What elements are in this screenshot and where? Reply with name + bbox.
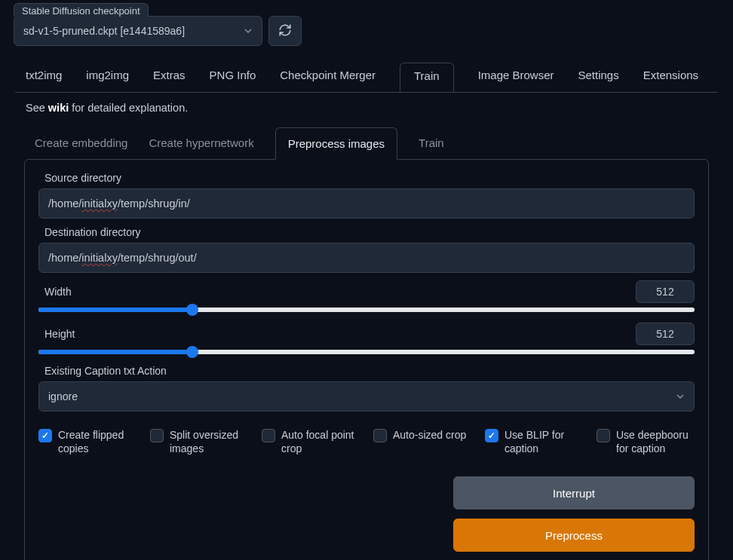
- create-flipped-checkbox[interactable]: [38, 429, 52, 442]
- height-slider[interactable]: [38, 350, 695, 354]
- caption-action-value: ignore: [48, 390, 78, 402]
- split-oversized-label: Split oversized images: [170, 428, 248, 455]
- tab-extras[interactable]: Extras: [153, 63, 186, 91]
- use-blip-checkbox[interactable]: [485, 429, 498, 442]
- tab-pnginfo[interactable]: PNG Info: [210, 63, 256, 91]
- checkbox-row: Create flipped copies Split oversized im…: [38, 428, 695, 455]
- caption-action-select[interactable]: ignore: [38, 381, 695, 412]
- dest-dir-input[interactable]: /home/initialxy/temp/shrug/out/: [38, 243, 695, 273]
- subtab-train[interactable]: Train: [419, 127, 444, 159]
- height-label: Height: [44, 328, 75, 340]
- source-dir-input[interactable]: /home/initialxy/temp/shrug/in/: [38, 188, 695, 219]
- sub-tabs: Create embedding Create hypernetwork Pre…: [0, 127, 733, 159]
- tab-checkpoint-merger[interactable]: Checkpoint Merger: [280, 63, 376, 91]
- tab-img2img[interactable]: img2img: [86, 63, 129, 91]
- auto-sized-checkbox[interactable]: [373, 429, 387, 442]
- auto-sized-label: Auto-sized crop: [393, 428, 466, 442]
- checkpoint-value: sd-v1-5-pruned.ckpt [e1441589a6]: [23, 25, 185, 37]
- checkpoint-select[interactable]: sd-v1-5-pruned.ckpt [e1441589a6]: [14, 16, 262, 46]
- tab-image-browser[interactable]: Image Browser: [478, 63, 554, 91]
- width-slider[interactable]: [38, 308, 695, 312]
- preprocess-button[interactable]: Preprocess: [453, 519, 695, 552]
- subtab-create-embedding[interactable]: Create embedding: [35, 127, 127, 159]
- create-flipped-label: Create flipped copies: [58, 428, 136, 455]
- reload-icon: [278, 23, 292, 39]
- use-blip-label: Use BLIP for caption: [505, 428, 583, 455]
- slider-thumb[interactable]: [186, 304, 198, 316]
- subtab-preprocess-images[interactable]: Preprocess images: [275, 127, 397, 160]
- caption-action-label: Existing Caption txt Action: [44, 365, 695, 377]
- wiki-link[interactable]: wiki: [48, 102, 69, 114]
- auto-focal-checkbox[interactable]: [262, 429, 275, 442]
- wiki-line: See wiki for detailed explanation.: [0, 93, 733, 127]
- tab-train[interactable]: Train: [400, 63, 454, 92]
- chevron-down-icon: [244, 26, 253, 35]
- width-label: Width: [44, 286, 72, 298]
- height-value[interactable]: [636, 323, 695, 345]
- main-tabs: txt2img img2img Extras PNG Info Checkpoi…: [0, 54, 733, 92]
- chevron-down-icon: [676, 392, 685, 401]
- split-oversized-checkbox[interactable]: [150, 429, 164, 442]
- slider-thumb[interactable]: [186, 346, 198, 358]
- dest-dir-label: Destination directory: [44, 226, 695, 238]
- use-deepbooru-checkbox[interactable]: [597, 429, 610, 442]
- auto-focal-label: Auto focal point crop: [281, 428, 360, 455]
- source-dir-label: Source directory: [44, 172, 695, 184]
- preprocess-panel: Source directory /home/initialxy/temp/sh…: [24, 159, 709, 560]
- subtab-create-hypernetwork[interactable]: Create hypernetwork: [149, 127, 253, 159]
- width-value[interactable]: [636, 280, 695, 303]
- use-deepbooru-label: Use deepbooru for caption: [616, 428, 695, 455]
- reload-button[interactable]: [268, 16, 302, 46]
- tab-settings[interactable]: Settings: [578, 63, 619, 91]
- tab-txt2img[interactable]: txt2img: [26, 63, 62, 91]
- interrupt-button[interactable]: Interrupt: [453, 476, 695, 510]
- checkpoint-label: Stable Diffusion checkpoint: [14, 3, 149, 17]
- tab-extensions[interactable]: Extensions: [643, 63, 698, 91]
